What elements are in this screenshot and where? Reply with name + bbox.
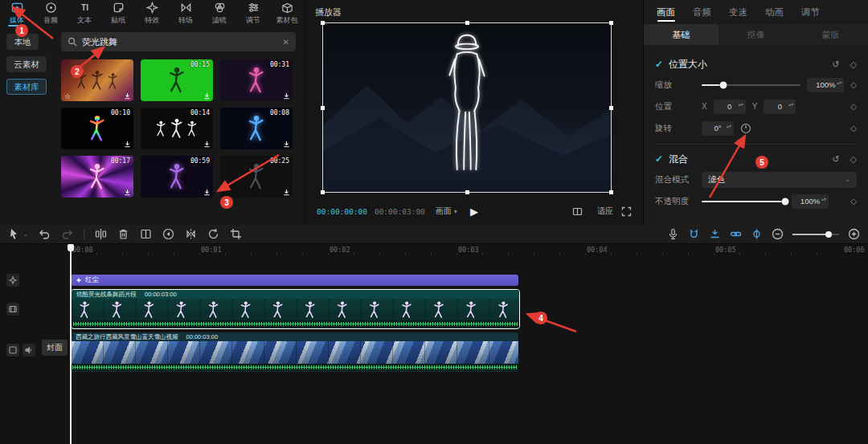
- checkbox-checked-icon[interactable]: ✓: [655, 153, 663, 165]
- rotate-value-field[interactable]: 0°▴▾: [702, 121, 734, 136]
- download-icon[interactable]: [283, 92, 290, 100]
- tab-material-pack[interactable]: 素材包: [270, 0, 304, 27]
- tab-text[interactable]: TI 文本: [68, 0, 101, 27]
- main-track-magnet-icon[interactable]: [688, 228, 700, 240]
- media-thumbnail[interactable]: 00:31: [220, 59, 293, 101]
- crop-icon[interactable]: [230, 228, 242, 240]
- opacity-value-field[interactable]: 100%▴▾: [792, 194, 829, 209]
- reset-icon[interactable]: ↺: [832, 59, 839, 70]
- delete-icon[interactable]: [117, 228, 129, 240]
- selection-handle[interactable]: [465, 21, 469, 25]
- keyframe-icon[interactable]: ◇: [850, 59, 857, 70]
- split-icon[interactable]: [95, 228, 107, 240]
- linkage-icon[interactable]: [730, 228, 742, 240]
- tab-audio[interactable]: 音频: [34, 0, 68, 27]
- blend-mode-dropdown[interactable]: 滤色 ⌄: [702, 172, 857, 188]
- media-thumbnail[interactable]: 00:15: [141, 59, 213, 101]
- download-icon[interactable]: [283, 141, 290, 148]
- media-thumbnail[interactable]: 00:14: [141, 108, 213, 149]
- preview-viewport[interactable]: [322, 22, 612, 193]
- mirror-icon[interactable]: [185, 228, 197, 240]
- selection-handle[interactable]: [321, 106, 325, 110]
- media-thumbnail[interactable]: 00:25: [220, 156, 293, 198]
- tab-animation[interactable]: 动画: [765, 0, 801, 24]
- selection-handle[interactable]: [465, 190, 469, 194]
- download-icon[interactable]: [124, 189, 131, 196]
- download-icon[interactable]: [203, 141, 211, 148]
- footage-clip[interactable]: 西藏之旅行西藏风景雪山蓝天雪山视频 00:00:03:00: [71, 332, 518, 372]
- keyframe-icon[interactable]: ◇: [850, 102, 857, 111]
- cover-button[interactable]: 封面: [42, 340, 68, 356]
- keyframe-icon[interactable]: ◇: [850, 124, 857, 132]
- keyframe-icon[interactable]: ◇: [850, 80, 857, 89]
- selection-handle[interactable]: [321, 190, 325, 194]
- video-clip-selected[interactable]: 炫酷荧光线条舞蹈片段 00:00:03:00: [71, 289, 520, 329]
- download-icon[interactable]: [203, 189, 211, 196]
- tab-filters[interactable]: 滤镜: [203, 0, 236, 27]
- tab-picture[interactable]: 画面: [657, 0, 693, 24]
- redo-icon[interactable]: [61, 228, 73, 240]
- tab-media[interactable]: 媒体: [0, 0, 34, 27]
- download-icon[interactable]: [203, 92, 211, 100]
- tab-speed[interactable]: 变速: [729, 0, 765, 24]
- media-thumbnail[interactable]: 00:59: [141, 156, 213, 198]
- keyframe-icon[interactable]: ◇: [850, 154, 857, 165]
- mute-track-icon[interactable]: [23, 344, 35, 356]
- stepper-icons[interactable]: ▴▾: [837, 80, 841, 85]
- record-voiceover-icon[interactable]: [667, 228, 679, 240]
- stepper-icons[interactable]: ▴▾: [727, 124, 731, 128]
- fit-dropdown[interactable]: 适应: [597, 206, 613, 217]
- subtab-mask[interactable]: 蒙版: [793, 24, 868, 45]
- play-button[interactable]: ▶: [470, 206, 478, 218]
- media-thumbnail[interactable]: 00:10: [61, 108, 133, 149]
- reset-icon[interactable]: ↺: [832, 154, 839, 165]
- playhead[interactable]: [70, 244, 72, 444]
- favorite-icon[interactable]: ☆: [64, 92, 71, 100]
- opacity-slider[interactable]: [702, 201, 785, 202]
- media-thumbnail[interactable]: 00:08: [220, 108, 293, 149]
- download-icon[interactable]: [124, 92, 131, 100]
- media-thumbnail[interactable]: ☆: [61, 59, 133, 101]
- media-thumbnail[interactable]: 00:17: [61, 156, 133, 198]
- selection-handle[interactable]: [321, 21, 325, 25]
- selection-handle[interactable]: [609, 190, 613, 194]
- timeline-ruler[interactable]: 00:00 00:01 00:02 00:03 00:04 00:05 00:0…: [0, 244, 868, 257]
- scale-value-field[interactable]: 100%▴▾: [807, 78, 844, 92]
- stepper-icons[interactable]: ▴▾: [788, 102, 793, 107]
- zoom-in-icon[interactable]: [848, 228, 860, 240]
- download-icon[interactable]: [283, 189, 290, 196]
- tab-adjust-props[interactable]: 调节: [801, 0, 837, 24]
- keyframe-icon[interactable]: ◇: [850, 197, 857, 206]
- subtab-chroma-key[interactable]: 抠像: [719, 24, 793, 45]
- position-y-field[interactable]: 0▴▾: [764, 100, 796, 114]
- subtab-basic[interactable]: 基础: [644, 24, 719, 45]
- preview-axis-icon[interactable]: [751, 228, 763, 240]
- fullscreen-icon[interactable]: [621, 206, 632, 217]
- video-track-toggle[interactable]: [6, 303, 19, 316]
- clear-search-icon[interactable]: ✕: [283, 38, 289, 47]
- zoom-out-icon[interactable]: [772, 228, 784, 240]
- tab-audio-props[interactable]: 音频: [693, 0, 729, 24]
- selection-handle[interactable]: [609, 21, 613, 25]
- undo-icon[interactable]: [39, 228, 51, 240]
- stepper-icons[interactable]: ▴▾: [821, 197, 826, 202]
- sidebar-item-library[interactable]: 素材库: [6, 79, 47, 95]
- reverse-icon[interactable]: [162, 228, 174, 240]
- sidebar-item-cloud[interactable]: 云素材: [6, 56, 47, 72]
- search-box[interactable]: 荧光跳舞 ✕: [61, 32, 296, 51]
- select-tool-icon[interactable]: [8, 228, 20, 240]
- effect-clip[interactable]: 红尘: [71, 275, 518, 286]
- selection-handle[interactable]: [609, 106, 613, 110]
- rotate-dial[interactable]: [740, 123, 751, 134]
- tab-transitions[interactable]: 转场: [169, 0, 203, 27]
- rotate-icon[interactable]: [207, 228, 219, 240]
- freeze-frame-icon[interactable]: [140, 228, 152, 240]
- mirror-preview-icon[interactable]: [572, 206, 583, 217]
- scene-dropdown[interactable]: 画面▾: [436, 206, 457, 217]
- auto-snap-icon[interactable]: [709, 228, 721, 240]
- checkbox-checked-icon[interactable]: ✓: [655, 59, 663, 70]
- effect-track-toggle[interactable]: [6, 274, 19, 287]
- footage-track-toggle[interactable]: [6, 344, 19, 356]
- download-icon[interactable]: [124, 141, 131, 148]
- scale-slider[interactable]: [702, 84, 800, 86]
